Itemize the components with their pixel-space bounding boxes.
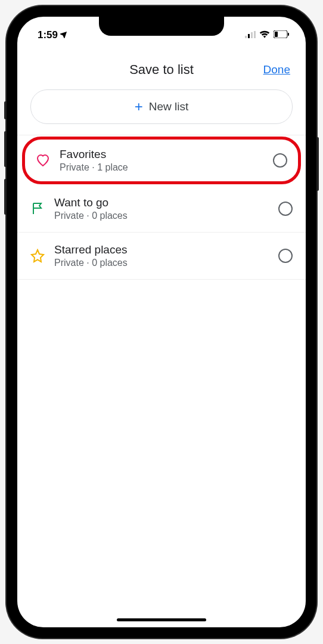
new-list-label: New list xyxy=(149,100,189,113)
location-icon xyxy=(60,29,69,41)
list-item-starred-places[interactable]: Starred places Private · 0 places xyxy=(17,233,306,280)
svg-rect-0 xyxy=(245,36,247,38)
flag-icon xyxy=(30,202,45,216)
svg-rect-2 xyxy=(251,32,253,38)
side-buttons-left xyxy=(4,101,7,227)
star-icon xyxy=(30,249,45,263)
mute-switch xyxy=(4,101,7,119)
modal-header: Save to list Done xyxy=(17,45,306,88)
list-content: Favorites Private · 1 place xyxy=(60,148,263,173)
phone-screen: 1:59 Save to list Done xyxy=(17,17,306,627)
status-time: 1:59 xyxy=(38,29,58,41)
list-content: Starred places Private · 0 places xyxy=(54,243,269,268)
list-content: Want to go Private · 0 places xyxy=(54,196,269,221)
battery-icon xyxy=(274,29,289,41)
page-title: Save to list xyxy=(129,62,194,78)
list-item-favorites[interactable]: Favorites Private · 1 place xyxy=(22,137,301,184)
radio-button[interactable] xyxy=(278,249,293,263)
heart-icon xyxy=(36,153,50,168)
lists-container: Favorites Private · 1 place Want to go P… xyxy=(17,135,306,280)
status-right xyxy=(245,29,289,41)
side-buttons-right xyxy=(316,137,319,191)
svg-rect-3 xyxy=(254,31,256,38)
list-subtitle: Private · 1 place xyxy=(60,162,263,173)
volume-down-button xyxy=(4,179,7,215)
list-title: Want to go xyxy=(54,196,269,209)
list-item-want-to-go[interactable]: Want to go Private · 0 places xyxy=(17,185,306,233)
list-title: Starred places xyxy=(54,243,269,256)
radio-button[interactable] xyxy=(278,202,293,216)
done-button[interactable]: Done xyxy=(263,63,290,76)
notch xyxy=(99,17,224,36)
svg-rect-1 xyxy=(248,34,250,38)
plus-icon: + xyxy=(135,98,143,115)
phone-frame: 1:59 Save to list Done xyxy=(7,6,316,638)
signal-icon xyxy=(245,29,256,41)
power-button xyxy=(316,137,319,191)
list-subtitle: Private · 0 places xyxy=(54,210,269,221)
wifi-icon xyxy=(259,29,270,41)
radio-button[interactable] xyxy=(273,153,287,168)
status-left: 1:59 xyxy=(38,29,69,41)
volume-up-button xyxy=(4,131,7,167)
svg-rect-6 xyxy=(288,33,289,36)
svg-rect-5 xyxy=(275,32,278,37)
list-subtitle: Private · 0 places xyxy=(54,258,269,268)
new-list-button[interactable]: + New list xyxy=(30,89,293,124)
home-indicator[interactable] xyxy=(117,618,206,621)
list-title: Favorites xyxy=(60,148,263,161)
